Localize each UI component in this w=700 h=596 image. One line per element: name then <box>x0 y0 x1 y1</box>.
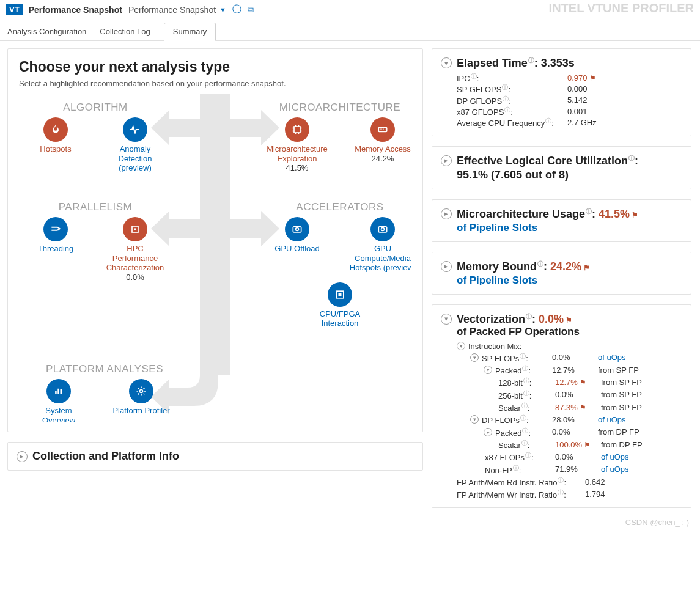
chevron-right-icon[interactable]: ▸ <box>441 155 452 166</box>
vectorization-card: ▾ Vectorizationⓘ: 0.0%⚑ of Packed FP Ope… <box>432 304 691 508</box>
hotspots-button[interactable]: Hotspots <box>25 117 86 173</box>
threads-icon <box>43 217 68 241</box>
group-platform: PLATFORM ANALYSES <box>25 363 184 375</box>
tab-bar: Analysis Configuration Collection Log Su… <box>0 23 700 41</box>
gpu-offload-button[interactable]: GPU Offload <box>263 217 331 273</box>
hpc-button[interactable]: HPC Performance Characterization 0.0% <box>105 217 166 282</box>
elapsed-time-card: ▾ Elapsed Timeⓘ: 3.353s IPCⓘ:0.970⚑ SP G… <box>432 48 691 136</box>
svg-rect-0 <box>200 94 230 375</box>
chevron-down-icon[interactable]: ▾ <box>457 342 465 350</box>
util-title: Effective Logical Core Utilizationⓘ: <box>457 154 638 167</box>
core-utilization-card: ▸ Effective Logical Core Utilizationⓘ: 9… <box>432 146 691 189</box>
analysis-title: Performance Snapshot <box>29 5 122 15</box>
collection-info-title: Collection and Platform Info <box>32 450 179 463</box>
copy-icon[interactable]: ⧉ <box>248 4 254 15</box>
mem-title: Memory Boundⓘ: 24.2%⚑ <box>457 260 590 273</box>
brand-watermark: INTEL VTUNE PROFILER <box>549 1 694 15</box>
analysis-selector[interactable]: Performance Snapshot <box>128 5 216 15</box>
svg-point-11 <box>140 390 143 393</box>
group-accelerators: ACCELERATORS <box>263 201 411 213</box>
chevron-right-icon[interactable]: ▸ <box>441 208 452 219</box>
group-algorithm: ALGORITHM <box>25 101 166 114</box>
vec-sub: of Packed FP Operations <box>457 326 682 338</box>
svg-rect-10 <box>339 293 342 296</box>
gpu-media-button[interactable]: GPU Compute/Media Hotspots (preview) <box>349 217 411 273</box>
gear-icon <box>129 379 153 403</box>
chevron-right-icon[interactable]: ▸ <box>17 451 28 462</box>
util-value: 95.1% (7.605 out of 8) <box>457 169 682 182</box>
camera-icon <box>370 217 395 241</box>
group-parallelism: PARALLELISM <box>25 201 166 213</box>
micro-title: Microarchitecture Usageⓘ: 41.5%⚑ <box>457 207 638 221</box>
svg-point-4 <box>134 228 136 230</box>
memory-access-button[interactable]: Memory Access 24.2% <box>349 117 411 172</box>
system-overview-button[interactable]: System Overview <box>31 379 86 422</box>
tab-analysis-config[interactable]: Analysis Configuration <box>7 23 86 40</box>
chevron-down-icon[interactable]: ▼ <box>219 6 226 13</box>
svg-rect-2 <box>378 128 386 132</box>
memory-icon <box>370 117 395 142</box>
flame-icon <box>43 117 68 142</box>
choose-subtitle: Select a highlighted recommendation base… <box>19 79 411 88</box>
pulse-icon <box>123 117 147 142</box>
vec-title: Vectorizationⓘ: 0.0%⚑ <box>457 312 572 326</box>
memory-bound-card: ▸ Memory Boundⓘ: 24.2%⚑ of Pipeline Slot… <box>432 252 691 295</box>
tab-summary[interactable]: Summary <box>164 23 216 41</box>
help-icon[interactable]: ⓘ <box>232 4 241 15</box>
chip-icon <box>123 217 147 241</box>
fpga-icon <box>328 282 352 307</box>
group-microarchitecture: MICROARCHITECTURE <box>263 101 411 114</box>
watermark: CSDN @chen_ : ) <box>0 518 700 527</box>
top-toolbar: VT Performance Snapshot Performance Snap… <box>0 0 700 19</box>
threading-button[interactable]: Threading <box>25 217 86 282</box>
chart-icon <box>46 379 71 403</box>
micro-exploration-button[interactable]: Microarchitecture Exploration 41.5% <box>263 117 331 172</box>
microarchitecture-card: ▸ Microarchitecture Usageⓘ: 41.5%⚑ of Pi… <box>432 199 691 242</box>
chevron-down-icon[interactable]: ▾ <box>441 314 452 325</box>
cpu-fpga-button[interactable]: CPU/FPGA Interaction <box>305 282 375 328</box>
elapsed-title: Elapsed Timeⓘ: 3.353s <box>457 56 575 70</box>
chevron-down-icon[interactable]: ▾ <box>441 57 452 68</box>
svg-point-8 <box>381 228 385 231</box>
svg-rect-1 <box>294 127 300 133</box>
tab-collection-log[interactable]: Collection Log <box>100 23 150 40</box>
svg-point-6 <box>296 228 299 231</box>
choose-title: Choose your next analysis type <box>19 59 411 75</box>
camera-icon <box>285 217 309 241</box>
app-badge: VT <box>6 4 23 15</box>
choose-analysis-card: Choose your next analysis type Select a … <box>7 48 423 432</box>
chip-icon <box>285 117 309 142</box>
collection-info-card[interactable]: ▸ Collection and Platform Info <box>7 442 423 471</box>
mem-sub: of Pipeline Slots <box>457 274 682 287</box>
micro-sub: of Pipeline Slots <box>457 222 682 234</box>
platform-profiler-button[interactable]: Platform Profiler <box>105 379 178 422</box>
chevron-right-icon[interactable]: ▸ <box>441 261 452 272</box>
anomaly-button[interactable]: Anomaly Detection (preview) <box>105 117 166 173</box>
